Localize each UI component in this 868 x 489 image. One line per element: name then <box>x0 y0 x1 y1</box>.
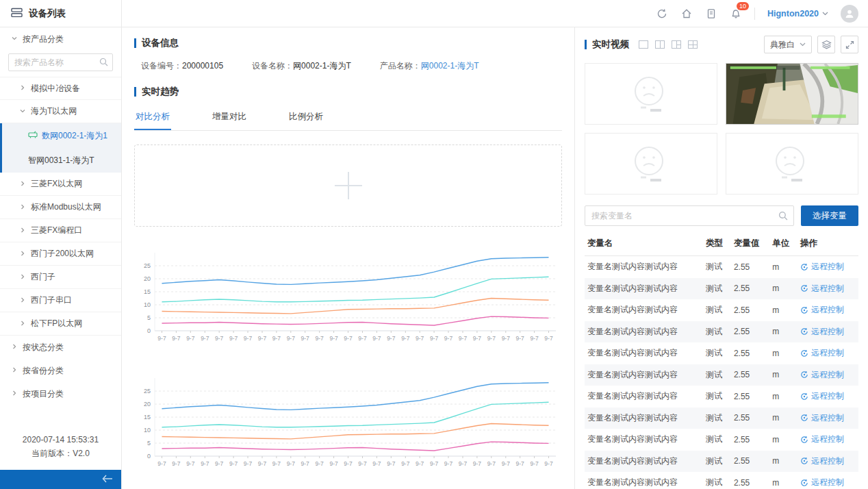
field-value[interactable]: 网0002-1-海为T <box>421 61 479 71</box>
table-row: 变量名测试内容测试内容测试2.55m远程控制 <box>585 321 858 343</box>
product-search-input[interactable] <box>8 53 113 71</box>
svg-text:9-7: 9-7 <box>172 460 181 467</box>
svg-text:9-7: 9-7 <box>329 335 338 342</box>
svg-text:15: 15 <box>144 288 151 295</box>
table-row: 变量名测试内容测试内容测试2.55m远程控制 <box>585 451 858 473</box>
device-label: 智网0031-1-海为T <box>28 155 94 166</box>
tab-0[interactable]: 对比分析 <box>134 105 171 130</box>
svg-text:9-7: 9-7 <box>544 460 553 467</box>
sidebar-group-0[interactable]: 模拟中冶设备 <box>0 77 121 100</box>
video-slot-empty[interactable] <box>585 133 717 195</box>
tab-1[interactable]: 增量对比 <box>211 105 248 130</box>
sidebar-section-product[interactable]: 按产品分类 <box>0 27 121 51</box>
sidebar-device-0[interactable]: 数网0002-1-海为1 <box>2 123 121 148</box>
sidebar-group-2[interactable]: 三菱FX以太网 <box>0 173 121 196</box>
remote-control-link[interactable]: 远程控制 <box>800 261 844 273</box>
layers-button[interactable] <box>817 36 835 53</box>
user-menu[interactable]: Hignton2020 <box>767 9 828 18</box>
home-icon[interactable] <box>680 8 693 20</box>
refresh-icon[interactable] <box>656 8 668 20</box>
sidebar-group-3[interactable]: 标准Modbus以太网 <box>0 196 121 219</box>
remote-control-link[interactable]: 远程控制 <box>800 369 844 381</box>
cell-value: 2.55 <box>731 364 769 386</box>
remote-control-link[interactable]: 远程控制 <box>800 304 844 316</box>
avatar[interactable] <box>841 5 858 23</box>
cell-value: 2.55 <box>731 429 769 451</box>
sidebar-group-8[interactable]: 松下FP以太网 <box>0 312 121 336</box>
svg-text:9-7: 9-7 <box>215 460 224 467</box>
svg-text:9-7: 9-7 <box>444 460 453 467</box>
svg-text:9-7: 9-7 <box>201 460 209 467</box>
svg-text:9-7: 9-7 <box>316 335 324 342</box>
layout-three-pane-icon[interactable] <box>672 40 681 49</box>
sidebar-group-7[interactable]: 西门子串口 <box>0 289 121 312</box>
remote-control-link[interactable]: 远程控制 <box>800 283 844 294</box>
remote-control-link[interactable]: 远程控制 <box>800 434 844 445</box>
remote-control-link[interactable]: 远程控制 <box>800 326 844 338</box>
tab-2[interactable]: 比例分析 <box>288 105 324 130</box>
notification-count-badge: 10 <box>737 2 749 10</box>
theme-select[interactable]: 典雅白 <box>764 36 812 53</box>
cell-name: 变量名测试内容测试内容 <box>585 321 703 343</box>
group-label: 三菱FX以太网 <box>31 178 82 190</box>
group-label: 西门子200以太网 <box>31 248 94 260</box>
sidebar-section-project[interactable]: 按项目分类 <box>0 382 121 405</box>
sidebar-group-5[interactable]: 西门子200以太网 <box>0 242 121 266</box>
svg-text:5: 5 <box>147 440 151 447</box>
search-icon[interactable] <box>99 58 108 68</box>
svg-text:9-7: 9-7 <box>544 335 553 342</box>
video-slot-empty[interactable] <box>726 133 858 195</box>
cell-type: 测试 <box>703 386 731 408</box>
chevron-right-icon <box>19 273 26 282</box>
chevron-down-icon <box>822 12 828 16</box>
remote-control-link[interactable]: 远程控制 <box>800 455 844 467</box>
svg-text:9-7: 9-7 <box>516 335 525 342</box>
search-icon[interactable] <box>778 211 788 223</box>
variable-search-input[interactable] <box>585 205 794 226</box>
add-chart-placeholder[interactable] <box>134 145 562 227</box>
cell-value: 2.55 <box>731 299 769 321</box>
group-label: 西门子 <box>31 271 55 283</box>
sidebar-group-4[interactable]: 三菱FX编程口 <box>0 219 121 242</box>
svg-text:9-7: 9-7 <box>201 335 209 342</box>
video-slot-empty[interactable] <box>585 63 717 125</box>
notifications-bell-icon[interactable]: 10 <box>730 8 742 20</box>
remote-control-link[interactable]: 远程控制 <box>800 347 844 359</box>
chevron-right-icon <box>19 84 26 93</box>
table-row: 变量名测试内容测试内容测试2.55m远程控制 <box>585 408 858 429</box>
chevron-right-icon <box>19 226 26 236</box>
svg-text:9-7: 9-7 <box>473 460 482 467</box>
svg-text:9-7: 9-7 <box>287 335 296 342</box>
cell-unit: m <box>769 364 797 386</box>
sidebar-device-1[interactable]: 智网0031-1-海为T <box>2 148 121 173</box>
remote-control-link[interactable]: 远程控制 <box>800 477 844 488</box>
remote-control-link[interactable]: 远程控制 <box>800 412 844 424</box>
table-row: 变量名测试内容测试内容测试2.55m远程控制 <box>585 386 858 408</box>
sidebar-meta: 2020-07-14 15:53:31 当前版本：V2.0 <box>0 433 121 470</box>
svg-text:9-7: 9-7 <box>287 460 296 467</box>
layout-four-grid-icon[interactable] <box>688 40 698 49</box>
sidebar-tree: 按产品分类 模拟中冶设备海为T以太网数网0002-1-海为1智网0031-1-海… <box>0 27 121 433</box>
sidebar-device-group: 数网0002-1-海为1智网0031-1-海为T <box>0 123 121 173</box>
sidebar-section-status[interactable]: 按状态分类 <box>0 336 121 359</box>
select-variable-button[interactable]: 选择变量 <box>801 205 858 226</box>
device-info-fields: 设备编号：200000105设备名称：网0002-1-海为T产品名称：网0002… <box>141 60 562 72</box>
layout-two-pane-icon[interactable] <box>655 40 665 49</box>
svg-text:9-7: 9-7 <box>301 460 310 467</box>
trend-title: 实时趋势 <box>134 86 562 98</box>
collapse-sidebar-icon[interactable] <box>102 475 113 485</box>
svg-text:9-7: 9-7 <box>316 460 324 467</box>
sidebar-group-1[interactable]: 海为T以太网 <box>0 100 121 123</box>
sidebar-group-6[interactable]: 西门子 <box>0 266 121 289</box>
svg-text:9-7: 9-7 <box>372 460 381 467</box>
sidebar-section-province[interactable]: 按省份分类 <box>0 359 121 382</box>
field-value: 网0002-1-海为T <box>293 61 351 71</box>
expand-icon <box>845 40 854 49</box>
fullscreen-button[interactable] <box>841 36 858 53</box>
remote-control-link[interactable]: 远程控制 <box>800 390 844 402</box>
document-icon[interactable] <box>705 8 717 20</box>
svg-text:25: 25 <box>144 388 151 394</box>
video-title: 实时视频 <box>585 38 629 51</box>
video-feed[interactable] <box>726 63 858 125</box>
layout-single-icon[interactable] <box>639 40 648 49</box>
